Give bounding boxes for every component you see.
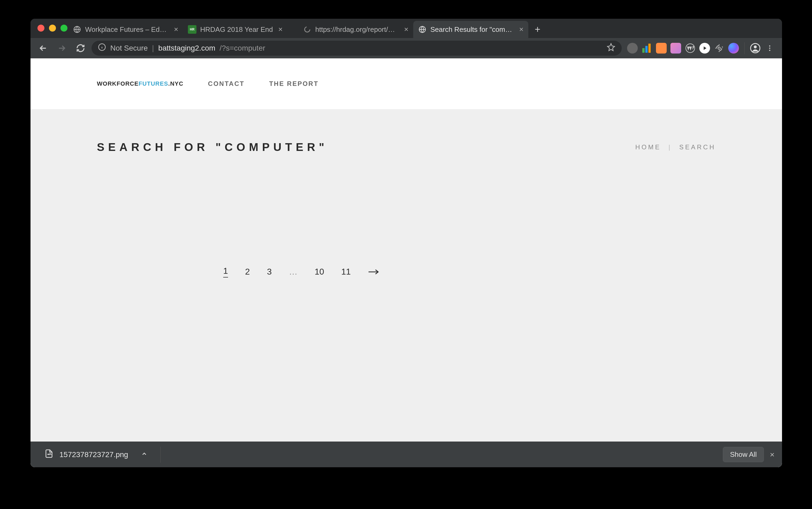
browser-window: Workplace Futures – Educationa × HR HRDA… [31, 19, 782, 467]
menu-icon[interactable] [764, 43, 775, 54]
hrdag-favicon-icon: HR [188, 25, 197, 34]
tab-bar: Workplace Futures – Educationa × HR HRDA… [31, 19, 782, 38]
tab-workplace-futures[interactable]: Workplace Futures – Educationa × [68, 21, 183, 38]
extension-icon[interactable] [670, 43, 681, 54]
close-window-button[interactable] [37, 25, 44, 32]
window-controls [37, 25, 67, 32]
site-header: WORKFORCEFUTURES.NYC CONTACT THE REPORT [31, 58, 782, 109]
reload-button[interactable] [73, 40, 88, 56]
page-3[interactable]: 3 [267, 267, 272, 277]
pagination: 1 2 3 … 10 11 [97, 266, 716, 277]
maximize-window-button[interactable] [61, 25, 67, 32]
site-logo[interactable]: WORKFORCEFUTURES.NYC [97, 80, 183, 87]
breadcrumb-current: SEARCH [679, 143, 716, 151]
spinner-icon [303, 25, 311, 34]
profile-avatar-icon[interactable] [750, 43, 760, 54]
new-tab-button[interactable]: + [528, 21, 547, 38]
download-bar: 1572378723727.png Show All × [31, 442, 782, 467]
svg-point-10 [754, 45, 756, 48]
star-icon[interactable] [607, 43, 615, 53]
show-all-button[interactable]: Show All [723, 447, 764, 462]
close-icon[interactable]: × [770, 450, 775, 459]
breadcrumb-home[interactable]: HOME [635, 143, 661, 151]
pagination-ellipsis: … [289, 267, 297, 277]
url-domain: battstaging2.com [158, 44, 215, 53]
nav-the-report[interactable]: THE REPORT [269, 80, 319, 88]
extension-icons [625, 42, 777, 54]
tab-title: Workplace Futures – Educationa [85, 26, 169, 34]
next-page-button[interactable] [368, 269, 380, 275]
forward-button[interactable] [54, 40, 70, 56]
extension-icon[interactable] [642, 43, 652, 54]
close-tab-icon[interactable]: × [519, 25, 523, 34]
url-separator: | [152, 44, 154, 53]
svg-point-12 [769, 47, 771, 49]
divider [160, 447, 723, 463]
close-tab-icon[interactable]: × [278, 25, 283, 34]
wordpress-icon[interactable] [685, 43, 696, 54]
svg-rect-6 [648, 44, 651, 53]
extension-icon[interactable] [627, 43, 638, 54]
download-item[interactable]: 1572378723727.png [38, 446, 154, 463]
url-path: /?s=computer [220, 44, 265, 53]
back-button[interactable] [35, 40, 51, 56]
svg-point-11 [769, 45, 771, 46]
tab-hrdag-2018[interactable]: HR HRDAG 2018 Year End × [183, 21, 298, 38]
extension-icon[interactable] [714, 43, 724, 54]
extension-icon[interactable] [699, 43, 710, 54]
close-tab-icon[interactable]: × [174, 25, 178, 34]
page-content: WORKFORCEFUTURES.NYC CONTACT THE REPORT … [31, 58, 782, 467]
tab-search-results[interactable]: Search Results for "computer" – × [413, 21, 528, 38]
breadcrumb: HOME | SEARCH [635, 143, 716, 151]
svg-point-8 [718, 47, 720, 49]
chevron-up-icon[interactable] [141, 450, 147, 459]
page-1[interactable]: 1 [223, 266, 228, 277]
security-status: Not Secure [110, 44, 148, 53]
svg-point-1 [305, 27, 310, 32]
svg-point-13 [769, 49, 771, 51]
svg-rect-5 [645, 46, 648, 53]
globe-icon [73, 25, 81, 34]
close-tab-icon[interactable]: × [404, 25, 408, 34]
info-icon [98, 43, 106, 53]
download-filename: 1572378723727.png [59, 450, 128, 459]
firefox-icon[interactable] [728, 43, 739, 54]
nav-contact[interactable]: CONTACT [208, 80, 245, 88]
tab-title: https://hrdag.org/report/2018-re [315, 26, 399, 34]
tab-title: Search Results for "computer" – [430, 26, 514, 34]
tab-title: HRDAG 2018 Year End [200, 26, 273, 34]
globe-icon [418, 25, 427, 34]
search-results-area: SEARCH FOR "COMPUTER" HOME | SEARCH 1 2 … [31, 109, 782, 467]
breadcrumb-separator: | [669, 143, 672, 151]
extension-icon[interactable] [656, 43, 667, 54]
page-10[interactable]: 10 [314, 267, 324, 277]
tab-hrdag-report[interactable]: https://hrdag.org/report/2018-re × [298, 21, 413, 38]
svg-rect-4 [642, 48, 645, 53]
page-11[interactable]: 11 [341, 267, 351, 277]
minimize-window-button[interactable] [49, 25, 56, 32]
address-bar: Not Secure | battstaging2.com/?s=compute… [31, 38, 782, 58]
url-input[interactable]: Not Secure | battstaging2.com/?s=compute… [92, 41, 622, 56]
page-2[interactable]: 2 [245, 267, 250, 277]
page-title: SEARCH FOR "COMPUTER" [97, 141, 328, 154]
file-image-icon [44, 449, 54, 460]
